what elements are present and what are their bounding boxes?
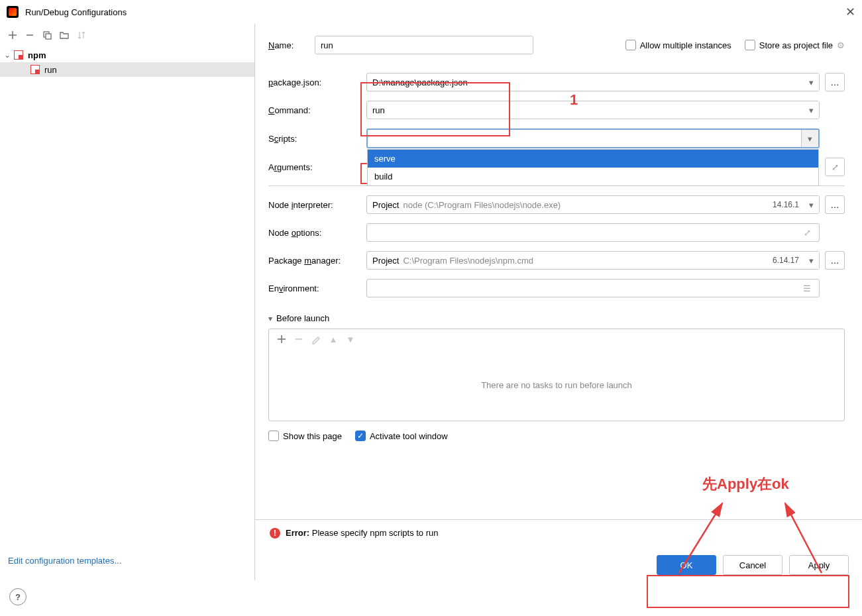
edit-templates-link[interactable]: Edit configuration templates... bbox=[8, 556, 121, 566]
node-interpreter-label: Node interpreter: bbox=[268, 200, 366, 210]
scripts-dropdown: serve build bbox=[367, 149, 819, 186]
up-icon[interactable]: ▲ bbox=[326, 332, 341, 346]
gear-icon[interactable]: ⚙ bbox=[837, 40, 845, 50]
activate-tool-label: Activate tool window bbox=[370, 431, 448, 441]
cancel-button[interactable]: Cancel bbox=[723, 555, 782, 575]
name-label: Name: bbox=[268, 40, 315, 50]
down-icon[interactable]: ▼ bbox=[343, 332, 358, 346]
name-input[interactable] bbox=[315, 36, 533, 54]
allow-multi-label: Allow multiple instances bbox=[640, 40, 731, 50]
expand-icon[interactable]: ⤢ bbox=[800, 224, 814, 241]
app-icon bbox=[7, 6, 19, 18]
close-icon[interactable]: ✕ bbox=[845, 5, 855, 19]
chevron-down-icon[interactable]: ▾ bbox=[803, 252, 819, 269]
browse-button[interactable]: … bbox=[825, 73, 845, 91]
package-json-input[interactable]: D:\manage\package.json ▾ bbox=[366, 73, 820, 91]
browse-button[interactable]: … bbox=[825, 195, 845, 214]
folder-icon[interactable] bbox=[57, 28, 72, 42]
ok-button[interactable]: OK bbox=[657, 555, 716, 575]
add-icon[interactable] bbox=[5, 28, 20, 42]
chevron-down-icon[interactable]: ▾ bbox=[803, 74, 819, 91]
chevron-down-icon[interactable]: ▾ bbox=[803, 101, 819, 119]
window-title: Run/Debug Configurations bbox=[25, 7, 845, 17]
chevron-down-icon[interactable]: ▾ bbox=[801, 130, 818, 147]
chevron-down-icon[interactable]: ▾ bbox=[268, 314, 272, 323]
show-page-checkbox[interactable] bbox=[268, 431, 279, 441]
copy-icon[interactable] bbox=[40, 28, 54, 42]
before-launch-box: ▲ ▼ There are no tasks to run before lau… bbox=[268, 329, 845, 421]
node-options-input[interactable]: ⤢ bbox=[366, 223, 820, 242]
chevron-down-icon[interactable]: ⌄ bbox=[4, 50, 12, 60]
store-project-checkbox[interactable] bbox=[745, 40, 755, 50]
sort-icon[interactable] bbox=[74, 28, 89, 42]
package-manager-label: Package manager: bbox=[268, 256, 366, 266]
tree-node-npm[interactable]: ⌄ npm bbox=[0, 48, 254, 62]
scripts-option-serve[interactable]: serve bbox=[368, 150, 818, 168]
node-options-label: Node options: bbox=[268, 228, 366, 238]
tree-node-run[interactable]: run bbox=[0, 62, 254, 77]
before-launch-label: Before launch bbox=[276, 313, 329, 323]
package-json-label: package.json: bbox=[268, 77, 366, 87]
remove-icon[interactable] bbox=[292, 332, 306, 346]
svg-rect-1 bbox=[46, 34, 51, 39]
before-launch-empty: There are no tasks to run before launch bbox=[269, 349, 844, 421]
expand-icon[interactable]: ⤢ bbox=[825, 158, 845, 176]
remove-icon[interactable] bbox=[23, 28, 37, 42]
environment-label: Environment: bbox=[268, 283, 366, 293]
browse-button[interactable]: … bbox=[825, 251, 845, 270]
apply-button[interactable]: Apply bbox=[789, 555, 849, 575]
error-icon: ! bbox=[270, 528, 280, 539]
activate-tool-checkbox[interactable]: ✓ bbox=[355, 431, 366, 441]
arguments-label: Arguments: bbox=[268, 162, 366, 172]
error-bar: ! Error: Please specify npm scripts to r… bbox=[255, 519, 862, 546]
package-manager-input[interactable]: Project C:\Program Files\nodejs\npm.cmd … bbox=[366, 251, 820, 270]
node-interpreter-input[interactable]: Project node (C:\Program Files\nodejs\no… bbox=[366, 195, 820, 214]
config-toolbar bbox=[0, 24, 254, 46]
show-page-label: Show this page bbox=[283, 431, 342, 441]
scripts-input[interactable]: ▾ serve build bbox=[366, 128, 820, 148]
list-icon[interactable]: ☰ bbox=[800, 280, 814, 297]
store-project-label: Store as project file bbox=[759, 40, 833, 50]
chevron-down-icon[interactable]: ▾ bbox=[803, 196, 819, 213]
edit-icon[interactable] bbox=[309, 332, 323, 346]
help-button[interactable]: ? bbox=[9, 588, 27, 605]
command-label: Command: bbox=[268, 105, 366, 115]
scripts-label: Scripts: bbox=[268, 134, 366, 144]
add-icon[interactable] bbox=[274, 332, 289, 346]
command-input[interactable]: run ▾ bbox=[366, 101, 820, 119]
scripts-option-build[interactable]: build bbox=[368, 168, 818, 185]
allow-multi-checkbox[interactable] bbox=[625, 40, 636, 50]
npm-icon bbox=[14, 50, 23, 60]
npm-icon bbox=[30, 65, 40, 74]
environment-input[interactable]: ☰ bbox=[366, 279, 820, 297]
